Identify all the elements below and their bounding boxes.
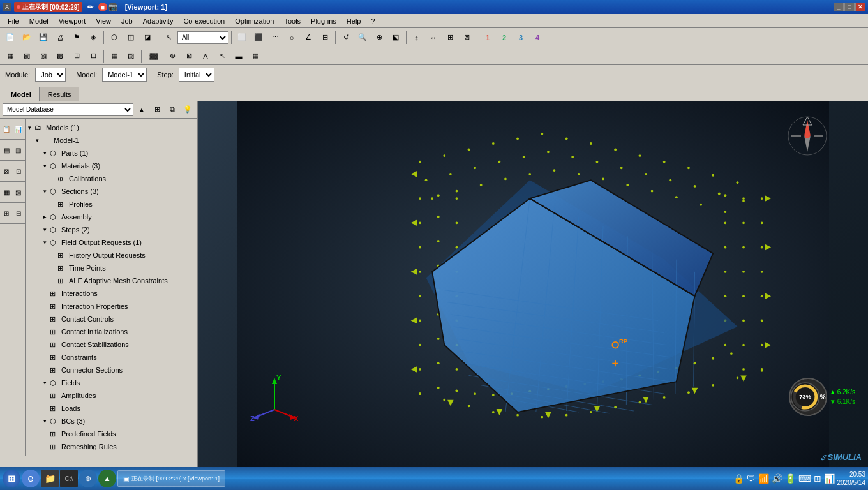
- zoom-btn[interactable]: 🔍: [355, 30, 370, 45]
- filter-select[interactable]: All: [177, 31, 228, 44]
- manip4-btn[interactable]: ⊠: [459, 30, 474, 45]
- tree-item[interactable]: ▾⬡BCs (3): [26, 415, 197, 427]
- tree-item[interactable]: ⊞Contact Controls: [26, 313, 197, 325]
- tree-expand-arrow[interactable]: ▾: [43, 226, 50, 233]
- menu-optimization[interactable]: Optimization: [230, 16, 279, 26]
- shield-icon[interactable]: 🛡: [747, 473, 756, 484]
- open-btn[interactable]: 📂: [19, 30, 34, 45]
- tree-item[interactable]: ⊕Calibrations: [26, 172, 197, 185]
- tree-item[interactable]: ⊞Contact Initializations: [26, 325, 197, 338]
- viewport[interactable]: RP Y X Z: [198, 101, 868, 467]
- ie-btn[interactable]: e: [22, 470, 40, 487]
- panel-info-btn[interactable]: 💡: [181, 103, 195, 117]
- menu-job[interactable]: Job: [116, 16, 138, 26]
- menu-question[interactable]: ?: [366, 16, 380, 26]
- menu-viewport[interactable]: Viewport: [54, 16, 91, 26]
- menu-tools[interactable]: Tools: [279, 16, 306, 26]
- tree-expand-arrow[interactable]: ▾: [43, 239, 50, 246]
- zoom2-btn[interactable]: ⊕: [371, 30, 387, 45]
- step-select[interactable]: Initial: [179, 68, 214, 82]
- taskbar-icon2[interactable]: 📊: [824, 473, 835, 484]
- tree-item[interactable]: ▾⬡Sections (3): [26, 185, 197, 198]
- tree-item[interactable]: ⊞Loads: [26, 402, 197, 415]
- side-btn6[interactable]: ⊡: [13, 162, 24, 180]
- maximize-btn[interactable]: □: [844, 3, 855, 11]
- dots-btn[interactable]: ⋯: [267, 30, 283, 45]
- arrow-btn[interactable]: ↺: [338, 30, 354, 45]
- stop-btn[interactable]: ■: [98, 3, 107, 11]
- num1-btn[interactable]: 1: [480, 30, 495, 45]
- side-btn9[interactable]: ⊞: [1, 204, 12, 222]
- table-btn[interactable]: ⊞: [317, 30, 333, 45]
- network-sys-icon[interactable]: 🔒: [733, 473, 744, 484]
- print-btn[interactable]: 🖨: [52, 30, 68, 45]
- tree-item[interactable]: ⊞ALE Adaptive Mesh Constraints: [26, 274, 197, 287]
- tree-item[interactable]: ▾⬡Materials (3): [26, 160, 197, 172]
- side-btn5[interactable]: ⊠: [1, 162, 12, 180]
- sec-btn14[interactable]: ▬: [231, 48, 246, 64]
- manip3-btn[interactable]: ⊞: [442, 30, 458, 45]
- tree-item[interactable]: ▾Model-1: [26, 134, 197, 147]
- menu-plugins[interactable]: Plug-ins: [306, 16, 341, 26]
- side-btn1[interactable]: 📋: [1, 120, 12, 138]
- sec-btn15[interactable]: ▦: [248, 48, 263, 64]
- tree-expand-arrow[interactable]: ▾: [43, 380, 50, 386]
- tree-expand-arrow[interactable]: ▾: [36, 137, 42, 144]
- tree-expand-arrow[interactable]: ▾: [43, 150, 50, 156]
- tab-results[interactable]: Results: [40, 87, 80, 101]
- tree-expand-arrow[interactable]: ▾: [43, 163, 50, 169]
- side-btn8[interactable]: ▧: [13, 183, 24, 201]
- view-btn2[interactable]: ◪: [140, 30, 155, 45]
- tree-item[interactable]: ▾⬡Parts (1): [26, 147, 197, 160]
- tree-item[interactable]: ▾⬡Steps (2): [26, 223, 197, 236]
- menu-coexecution[interactable]: Co-execution: [178, 16, 230, 26]
- panel-dropdown[interactable]: Model Database: [3, 103, 133, 116]
- tree-item[interactable]: ⊞Time Points: [26, 262, 197, 274]
- circle-btn[interactable]: ○: [284, 30, 299, 45]
- tree-item[interactable]: ⊞Amplitudes: [26, 389, 197, 402]
- tree-expand-arrow[interactable]: ▾: [28, 124, 34, 131]
- tree-expand-arrow[interactable]: ▸: [43, 214, 50, 220]
- taskbar-icon1[interactable]: ⊞: [814, 473, 821, 484]
- side-btn4[interactable]: ▥: [13, 141, 24, 159]
- tree-item[interactable]: ▾⬡Field Output Requests (1): [26, 236, 197, 249]
- tree-item[interactable]: ⊞Remeshing Rules: [26, 440, 197, 453]
- app2-btn[interactable]: ▲: [98, 470, 116, 487]
- battery-icon[interactable]: 🔋: [785, 473, 796, 484]
- menu-model[interactable]: Model: [24, 16, 54, 26]
- minimize-btn[interactable]: _: [834, 3, 844, 11]
- panel-up-btn[interactable]: ▲: [135, 103, 149, 117]
- model-select[interactable]: Model-1: [102, 68, 147, 82]
- tree-item[interactable]: ⊞Predefined Fields: [26, 427, 197, 440]
- network-btn[interactable]: ⊕: [79, 470, 97, 487]
- sec-btn11[interactable]: ⊠: [181, 48, 197, 64]
- side-btn7[interactable]: ▦: [1, 183, 12, 201]
- sec-btn6[interactable]: ⊟: [86, 48, 101, 64]
- tree-item[interactable]: ▾🗂Models (1): [26, 121, 197, 134]
- panel-filter-btn[interactable]: ⊞: [150, 103, 164, 117]
- system-clock[interactable]: 20:53 2020/5/14: [837, 470, 866, 487]
- side-btn2[interactable]: 📊: [13, 120, 24, 138]
- panel-copy-btn[interactable]: ⧉: [165, 103, 179, 117]
- tree-item[interactable]: ⊞Contact Stabilizations: [26, 338, 197, 351]
- angle-btn[interactable]: ∠: [301, 30, 316, 45]
- sec-btn5[interactable]: ⊞: [69, 48, 84, 64]
- fit-btn[interactable]: ⬕: [388, 30, 403, 45]
- manip1-btn[interactable]: ↕: [409, 30, 424, 45]
- menu-view[interactable]: View: [91, 16, 116, 26]
- tab-model[interactable]: Model: [3, 87, 40, 101]
- new-btn[interactable]: 📄: [3, 30, 18, 45]
- view1-btn[interactable]: ⬜: [234, 30, 250, 45]
- tree-item[interactable]: ⊞Profiles: [26, 198, 197, 211]
- sec-btn1[interactable]: ▦: [3, 48, 18, 64]
- sec-btn7[interactable]: ▦: [107, 48, 122, 64]
- side-btn3[interactable]: ▤: [1, 141, 12, 159]
- cmd-btn[interactable]: C:\: [60, 470, 78, 487]
- tree-item[interactable]: ▸⬡Assembly: [26, 211, 197, 223]
- view2-btn[interactable]: ⬛: [251, 30, 266, 45]
- sec-btn9[interactable]: ▓▓: [144, 48, 163, 64]
- keyboard-icon[interactable]: ⌨: [798, 473, 811, 484]
- tree-expand-arrow[interactable]: ▾: [43, 188, 50, 195]
- tree-item[interactable]: ⊞Connector Sections: [26, 364, 197, 376]
- menu-adaptivity[interactable]: Adaptivity: [138, 16, 179, 26]
